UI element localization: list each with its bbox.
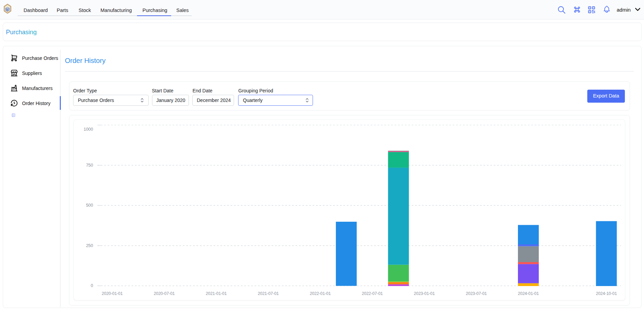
svg-text:2024-01-01: 2024-01-01 xyxy=(518,291,539,296)
svg-text:2021-01-01: 2021-01-01 xyxy=(206,291,227,296)
svg-text:2022-01-01: 2022-01-01 xyxy=(310,291,331,296)
svg-text:2023-01-01: 2023-01-01 xyxy=(414,291,435,296)
svg-text:2023-07-01: 2023-07-01 xyxy=(466,291,487,296)
svg-text:2022-07-01: 2022-07-01 xyxy=(362,291,383,296)
svg-text:250: 250 xyxy=(86,243,93,248)
svg-text:2024-10-01: 2024-10-01 xyxy=(596,291,617,296)
svg-text:1000: 1000 xyxy=(83,127,93,132)
svg-text:2020-07-01: 2020-07-01 xyxy=(154,291,175,296)
svg-text:0: 0 xyxy=(91,283,93,288)
svg-text:2020-01-01: 2020-01-01 xyxy=(101,291,123,296)
svg-text:750: 750 xyxy=(86,163,93,168)
svg-text:500: 500 xyxy=(86,203,93,208)
svg-text:2021-07-01: 2021-07-01 xyxy=(258,291,279,296)
